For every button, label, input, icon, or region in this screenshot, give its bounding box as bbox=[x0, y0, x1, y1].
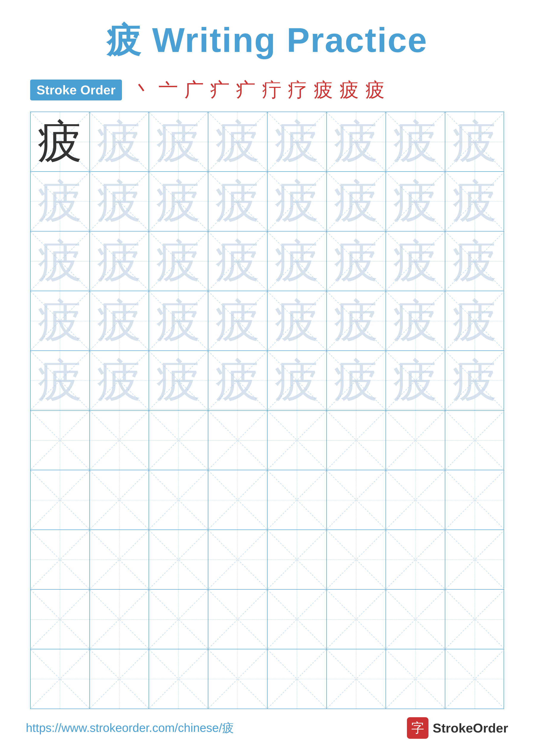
grid-cell-empty[interactable] bbox=[31, 470, 90, 529]
grid-cell-empty[interactable] bbox=[267, 411, 327, 470]
grid-cell-empty[interactable] bbox=[327, 411, 386, 470]
grid-cell-faded[interactable]: 疲 bbox=[327, 351, 386, 410]
grid-cell-empty[interactable] bbox=[31, 530, 90, 589]
grid-cell-full[interactable]: 疲 bbox=[31, 112, 90, 171]
grid-cell-empty[interactable] bbox=[445, 530, 504, 589]
title-english: Writing Practice bbox=[142, 21, 428, 59]
grid-cell-empty[interactable] bbox=[31, 590, 90, 649]
grid-cell-faded[interactable]: 疲 bbox=[386, 231, 445, 291]
grid-cell-faded[interactable]: 疲 bbox=[445, 351, 504, 410]
grid-cell-empty[interactable] bbox=[31, 411, 90, 470]
svg-line-159 bbox=[445, 649, 504, 709]
grid-row-empty bbox=[31, 530, 504, 590]
grid-cell-faded[interactable]: 疲 bbox=[149, 172, 208, 231]
grid-cell-faded[interactable]: 疲 bbox=[327, 291, 386, 350]
grid-cell-empty[interactable] bbox=[327, 470, 386, 529]
grid-cell-empty[interactable] bbox=[90, 470, 149, 529]
grid-cell-faded[interactable]: 疲 bbox=[31, 231, 90, 291]
grid-cell-faded[interactable]: 疲 bbox=[327, 172, 386, 231]
grid-cell-empty[interactable] bbox=[327, 530, 386, 589]
diag-decoration bbox=[90, 530, 149, 589]
grid-cell-empty[interactable] bbox=[208, 530, 267, 589]
grid-cell-faded[interactable]: 疲 bbox=[386, 291, 445, 350]
grid-cell-empty[interactable] bbox=[267, 530, 327, 589]
grid-cell-faded[interactable]: 疲 bbox=[386, 351, 445, 410]
svg-line-157 bbox=[386, 650, 445, 708]
grid-cell-faded[interactable]: 疲 bbox=[327, 231, 386, 291]
grid-cell-empty[interactable] bbox=[267, 470, 327, 529]
grid-cell-empty[interactable] bbox=[149, 411, 208, 470]
stroke-sequence: 丶 亠 广 疒 疒 疔 疗 疲 疲 疲 bbox=[133, 77, 385, 103]
grid-cell-faded[interactable]: 疲 bbox=[267, 231, 327, 291]
grid-cell-empty[interactable] bbox=[267, 590, 327, 649]
svg-line-89 bbox=[267, 411, 326, 470]
grid-cell-empty[interactable] bbox=[267, 649, 327, 709]
grid-cell-faded[interactable]: 疲 bbox=[267, 291, 327, 350]
character-faded: 疲 bbox=[96, 351, 142, 410]
grid-cell-empty[interactable] bbox=[327, 649, 386, 709]
grid-cell-empty[interactable] bbox=[445, 649, 504, 709]
grid-cell-empty[interactable] bbox=[445, 470, 504, 529]
grid-cell-faded[interactable]: 疲 bbox=[31, 172, 90, 231]
diag-decoration bbox=[267, 530, 326, 589]
grid-cell-empty[interactable] bbox=[386, 411, 445, 470]
grid-cell-empty[interactable] bbox=[90, 530, 149, 589]
grid-cell-faded[interactable]: 疲 bbox=[327, 112, 386, 171]
grid-cell-empty[interactable] bbox=[445, 590, 504, 649]
grid-cell-faded[interactable]: 疲 bbox=[149, 112, 208, 171]
grid-cell-empty[interactable] bbox=[327, 590, 386, 649]
grid-cell-empty[interactable] bbox=[149, 530, 208, 589]
grid-cell-faded[interactable]: 疲 bbox=[267, 172, 327, 231]
grid-cell-faded[interactable]: 疲 bbox=[90, 231, 149, 291]
grid-cell-empty[interactable] bbox=[386, 590, 445, 649]
grid-cell-faded[interactable]: 疲 bbox=[445, 291, 504, 350]
grid-cell-empty[interactable] bbox=[149, 470, 208, 529]
grid-cell-empty[interactable] bbox=[386, 470, 445, 529]
grid-cell-faded[interactable]: 疲 bbox=[445, 112, 504, 171]
grid-cell-faded[interactable]: 疲 bbox=[90, 291, 149, 350]
svg-line-149 bbox=[149, 650, 208, 708]
grid-cell-faded[interactable]: 疲 bbox=[445, 172, 504, 231]
svg-line-130 bbox=[90, 590, 149, 649]
footer-url[interactable]: https://www.strokeorder.com/chinese/疲 bbox=[26, 720, 234, 736]
diag-decoration bbox=[31, 649, 89, 709]
stroke-order-row: Stroke Order 丶 亠 广 疒 疒 疔 疗 疲 疲 疲 bbox=[30, 77, 504, 103]
grid-cell-empty[interactable] bbox=[386, 530, 445, 589]
grid-cell-empty[interactable] bbox=[208, 411, 267, 470]
grid-cell-faded[interactable]: 疲 bbox=[386, 112, 445, 171]
grid-cell-faded[interactable]: 疲 bbox=[31, 291, 90, 350]
grid-cell-faded[interactable]: 疲 bbox=[267, 351, 327, 410]
svg-line-158 bbox=[445, 649, 504, 709]
grid-cell-faded[interactable]: 疲 bbox=[31, 351, 90, 410]
grid-cell-empty[interactable] bbox=[208, 649, 267, 709]
grid-cell-empty[interactable] bbox=[208, 590, 267, 649]
grid-cell-faded[interactable]: 疲 bbox=[149, 291, 208, 350]
grid-cell-empty[interactable] bbox=[90, 590, 149, 649]
grid-cell-faded[interactable]: 疲 bbox=[149, 351, 208, 410]
grid-cell-faded[interactable]: 疲 bbox=[149, 231, 208, 291]
grid-cell-empty[interactable] bbox=[208, 470, 267, 529]
grid-cell-faded[interactable]: 疲 bbox=[90, 172, 149, 231]
grid-cell-empty[interactable] bbox=[31, 649, 90, 709]
diag-decoration bbox=[386, 470, 445, 529]
grid-cell-faded[interactable]: 疲 bbox=[208, 231, 267, 291]
svg-line-84 bbox=[149, 411, 208, 470]
grid-cell-faded[interactable]: 疲 bbox=[208, 112, 267, 171]
grid-cell-empty[interactable] bbox=[149, 590, 208, 649]
diag-decoration bbox=[90, 470, 149, 529]
grid-cell-empty[interactable] bbox=[149, 649, 208, 709]
grid-cell-faded[interactable]: 疲 bbox=[90, 112, 149, 171]
grid-cell-faded[interactable]: 疲 bbox=[386, 172, 445, 231]
grid-cell-faded[interactable]: 疲 bbox=[208, 351, 267, 410]
grid-cell-faded[interactable]: 疲 bbox=[90, 351, 149, 410]
stroke-order-badge: Stroke Order bbox=[30, 80, 122, 100]
grid-cell-empty[interactable] bbox=[445, 411, 504, 470]
grid-cell-empty[interactable] bbox=[386, 649, 445, 709]
grid-cell-empty[interactable] bbox=[90, 649, 149, 709]
grid-cell-faded[interactable]: 疲 bbox=[208, 291, 267, 350]
grid-cell-empty[interactable] bbox=[90, 411, 149, 470]
svg-line-91 bbox=[327, 411, 386, 470]
grid-cell-faded[interactable]: 疲 bbox=[445, 231, 504, 291]
grid-cell-faded[interactable]: 疲 bbox=[267, 112, 327, 171]
grid-cell-faded[interactable]: 疲 bbox=[208, 172, 267, 231]
